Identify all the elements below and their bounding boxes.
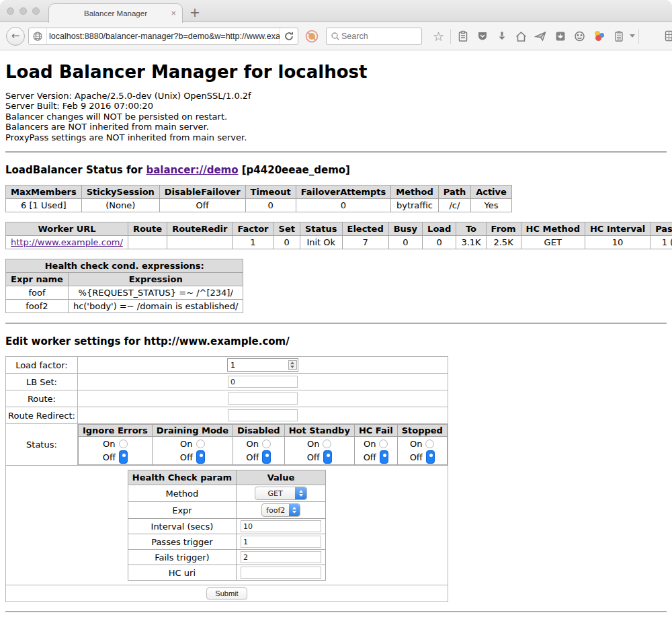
inherit-note-line: Balancers are NOT inherited from main se… bbox=[5, 122, 667, 132]
window-controls[interactable] bbox=[7, 7, 40, 15]
hc-interval-label: Interval (secs) bbox=[128, 519, 236, 534]
hc-expr-row: Expr foof2 bbox=[128, 502, 325, 519]
hc-header-row: Health Check param Value bbox=[128, 470, 325, 485]
hc-interval-input[interactable] bbox=[241, 520, 321, 532]
menu-hamburger-icon[interactable] bbox=[644, 29, 658, 44]
col-failoverattempts: FailoverAttempts bbox=[296, 185, 391, 199]
hc-passes-input[interactable] bbox=[241, 536, 321, 548]
edit-worker-heading: Edit worker settings for http://www.exam… bbox=[5, 335, 667, 347]
extension-colored-dots-icon[interactable] bbox=[592, 29, 606, 44]
hc-passes-row: Passes trigger bbox=[128, 534, 325, 550]
hc-fails-row: Fails trigger) bbox=[128, 550, 325, 565]
load-factor-input[interactable] bbox=[228, 360, 288, 370]
radio-hc-fail-on[interactable] bbox=[379, 440, 388, 448]
radio-hot-standby-on[interactable] bbox=[323, 440, 331, 448]
panel-list-icon[interactable] bbox=[612, 29, 626, 44]
proxypass-note-line: ProxyPass settings are NOT inherited fro… bbox=[5, 132, 667, 142]
send-plane-icon[interactable] bbox=[534, 29, 548, 44]
col-ignore-errors: Ignore Errors bbox=[78, 425, 152, 437]
divider bbox=[450, 29, 451, 44]
download-icon[interactable] bbox=[495, 29, 509, 44]
col-stickysession: StickySession bbox=[81, 185, 159, 199]
tab-bar: Balancer Manager × + bbox=[0, 0, 672, 22]
home-icon[interactable] bbox=[514, 29, 528, 44]
col-path: Path bbox=[438, 185, 470, 199]
tiles-grid-icon[interactable] bbox=[663, 29, 672, 44]
health-check-param-table: Health Check param Value Method GET bbox=[128, 470, 326, 581]
worker-status-table: Worker URL Route RouteRedir Factor Set S… bbox=[5, 222, 672, 249]
worker-url-link[interactable]: http://www.example.com/ bbox=[11, 237, 123, 247]
url-text[interactable]: localhost:8880/balancer-manager?b=demo&w… bbox=[47, 32, 280, 41]
radio-hot-standby-off[interactable] bbox=[323, 450, 332, 464]
table-header-row: Worker URL Route RouteRedir Factor Set S… bbox=[6, 222, 672, 236]
loadbalancer-status-heading: LoadBalancer Status for balancer://demo … bbox=[5, 164, 667, 176]
select-stepper-icon bbox=[289, 504, 300, 516]
radio-stopped-off[interactable] bbox=[426, 450, 435, 464]
route-row: Route: bbox=[6, 390, 448, 407]
route-redirect-input[interactable] bbox=[228, 409, 298, 421]
hc-method-select[interactable]: GET bbox=[255, 487, 307, 500]
table-row: foof %{REQUEST_STATUS} =~ /^[234]/ bbox=[6, 286, 243, 300]
search-input[interactable] bbox=[340, 31, 407, 42]
radio-draining-mode-off[interactable] bbox=[196, 450, 205, 464]
radio-ignore-errors-off[interactable] bbox=[119, 450, 128, 464]
back-button[interactable]: ← bbox=[6, 27, 25, 46]
col-hot-standby: Hot Standby bbox=[284, 425, 354, 437]
hc-uri-input[interactable] bbox=[241, 567, 321, 579]
navigation-toolbar: ← localhost:8880/balancer-manager?b=demo… bbox=[0, 22, 672, 50]
chevron-down-icon[interactable] bbox=[630, 34, 635, 38]
status-options-table: Ignore Errors Draining Mode Disabled Hot… bbox=[78, 424, 448, 465]
tab-close-icon[interactable]: × bbox=[171, 8, 176, 18]
adblock-disabled-icon[interactable] bbox=[304, 29, 319, 44]
route-redirect-row: Route Redirect: bbox=[6, 407, 448, 424]
globe-icon[interactable] bbox=[29, 28, 46, 44]
radio-disabled-on[interactable] bbox=[262, 440, 271, 448]
page-title: Load Balancer Manager for localhost bbox=[5, 62, 667, 82]
server-version-line: Server Version: Apache/2.5.0-dev (Unix) … bbox=[5, 91, 667, 101]
expr-table-title: Health check cond. expressions: bbox=[6, 259, 243, 273]
radio-draining-mode-on[interactable] bbox=[196, 440, 205, 448]
col-method: Method bbox=[391, 185, 438, 199]
zoom-window-button[interactable] bbox=[32, 7, 40, 15]
hc-fails-input[interactable] bbox=[241, 551, 321, 563]
hc-expr-select[interactable]: foof2 bbox=[261, 503, 300, 517]
reader-download-icon[interactable] bbox=[553, 29, 567, 44]
search-box[interactable] bbox=[326, 28, 422, 45]
status-header-row: Ignore Errors Draining Mode Disabled Hot… bbox=[78, 425, 447, 437]
radio-hc-fail-off[interactable] bbox=[380, 450, 388, 464]
hc-interval-row: Interval (secs) bbox=[128, 519, 325, 534]
table-row: foof2 hc('body') =~ /domain is establish… bbox=[6, 300, 243, 313]
server-built-line: Server Built: Feb 9 2016 07:00:20 bbox=[5, 101, 667, 111]
col-disablefailover: DisableFailover bbox=[159, 185, 245, 199]
reload-icon[interactable] bbox=[280, 28, 298, 44]
minimize-window-button[interactable] bbox=[19, 7, 27, 15]
radio-disabled-off[interactable] bbox=[262, 450, 271, 464]
status-row: Status: Ignore Errors Draining Mode Disa… bbox=[6, 424, 448, 466]
pocket-icon[interactable] bbox=[475, 29, 489, 44]
bookmark-star-icon[interactable]: ☆ bbox=[431, 29, 446, 44]
balancer-demo-link[interactable]: balancer://demo bbox=[146, 164, 238, 176]
col-disabled: Disabled bbox=[233, 425, 284, 437]
col-stopped: Stopped bbox=[397, 425, 447, 437]
chat-smiley-icon[interactable] bbox=[573, 29, 587, 44]
hc-fails-label: Fails trigger) bbox=[128, 550, 236, 565]
submit-button[interactable]: Submit bbox=[206, 587, 247, 599]
number-stepper-icon[interactable] bbox=[288, 360, 297, 370]
new-tab-button[interactable]: + bbox=[190, 3, 200, 21]
url-bar[interactable]: localhost:8880/balancer-manager?b=demo&w… bbox=[28, 28, 298, 45]
tab-title: Balancer Manager bbox=[84, 9, 147, 17]
close-window-button[interactable] bbox=[7, 7, 14, 15]
col-draining-mode: Draining Mode bbox=[152, 425, 233, 437]
reading-list-icon[interactable] bbox=[456, 29, 470, 44]
route-input[interactable] bbox=[228, 392, 298, 405]
radio-ignore-errors-on[interactable] bbox=[119, 440, 128, 448]
radio-stopped-on[interactable] bbox=[425, 440, 434, 448]
status-radio-row: On Off On Off On Off bbox=[78, 437, 447, 465]
lb-set-input[interactable] bbox=[228, 376, 298, 388]
col-active: Active bbox=[471, 185, 512, 199]
route-redirect-label: Route Redirect: bbox=[6, 407, 78, 424]
load-factor-input-wrap bbox=[227, 358, 298, 372]
divider bbox=[638, 29, 639, 44]
tab-balancer-manager[interactable]: Balancer Manager × bbox=[48, 3, 183, 23]
lb-set-row: LB Set: bbox=[6, 374, 448, 390]
